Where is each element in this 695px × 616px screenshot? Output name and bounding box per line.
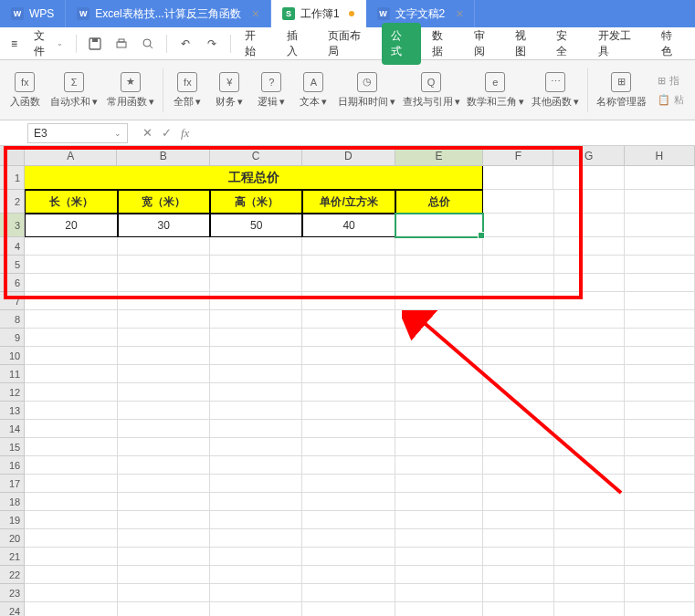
ribbon-other-fn[interactable]: ⋯其他函数▾ [530, 68, 583, 112]
cell[interactable] [625, 438, 695, 456]
cell[interactable] [302, 529, 395, 548]
cell[interactable] [625, 420, 695, 438]
menu-insert[interactable]: 插入 [278, 23, 317, 65]
cell[interactable] [625, 190, 695, 214]
cell[interactable] [625, 548, 695, 566]
cell[interactable] [625, 310, 695, 329]
row-header[interactable]: 3 [0, 214, 25, 237]
cell[interactable] [25, 511, 117, 529]
row-header[interactable]: 9 [0, 329, 25, 347]
cell[interactable] [302, 456, 395, 475]
ribbon-logical[interactable]: ?逻辑▾ [252, 68, 290, 112]
cell[interactable] [625, 493, 695, 511]
row-header[interactable]: 17 [0, 475, 25, 493]
cell[interactable] [553, 166, 624, 190]
cell[interactable] [483, 329, 553, 347]
cell-header[interactable]: 单价/立方米 [302, 190, 395, 214]
cell[interactable] [210, 310, 302, 329]
cell[interactable] [210, 566, 302, 584]
col-header-C[interactable]: C [210, 146, 302, 165]
cell[interactable] [625, 347, 695, 365]
cell[interactable] [625, 237, 695, 256]
menu-view[interactable]: 视图 [506, 23, 545, 65]
cell[interactable] [625, 402, 695, 420]
cell[interactable] [25, 602, 117, 616]
cell[interactable] [554, 602, 625, 616]
cell[interactable] [25, 365, 117, 383]
cell[interactable] [118, 274, 210, 292]
cell[interactable] [554, 274, 625, 292]
cell[interactable] [395, 402, 484, 420]
menu-security[interactable]: 安全 [547, 23, 586, 65]
cell[interactable] [554, 190, 625, 214]
cell[interactable] [395, 548, 484, 566]
cell[interactable] [395, 438, 484, 456]
cell[interactable] [554, 529, 625, 548]
undo-button[interactable]: ↶ [173, 31, 197, 57]
cell[interactable] [302, 566, 395, 584]
col-header-B[interactable]: B [117, 146, 209, 165]
cell[interactable] [118, 256, 210, 274]
cell[interactable] [554, 383, 625, 402]
cell[interactable] [554, 566, 625, 584]
cell[interactable] [483, 214, 553, 237]
menu-review[interactable]: 审阅 [465, 23, 504, 65]
cell[interactable] [395, 420, 484, 438]
cell[interactable] [302, 383, 395, 402]
cell[interactable] [483, 511, 553, 529]
cell[interactable] [25, 329, 117, 347]
cell[interactable] [483, 420, 553, 438]
row-header[interactable]: 19 [0, 511, 25, 529]
cell[interactable] [118, 548, 210, 566]
cell[interactable] [118, 511, 210, 529]
cell[interactable] [554, 584, 625, 602]
cell[interactable] [302, 602, 395, 616]
row-header[interactable]: 1 [0, 166, 25, 190]
ribbon-autosum[interactable]: Σ自动求和▾ [47, 68, 100, 112]
cell[interactable] [554, 329, 625, 347]
row-header[interactable]: 11 [0, 365, 25, 383]
cell[interactable] [554, 475, 625, 493]
cell[interactable] [395, 475, 484, 493]
cell[interactable] [118, 383, 210, 402]
cell[interactable] [210, 237, 302, 256]
cell[interactable] [118, 310, 210, 329]
cell[interactable] [210, 256, 302, 274]
cell[interactable] [554, 310, 625, 329]
cell[interactable] [395, 329, 484, 347]
col-header-F[interactable]: F [483, 146, 553, 165]
cell[interactable] [25, 274, 117, 292]
cell[interactable] [210, 329, 302, 347]
cell-data[interactable]: 20 [25, 214, 117, 237]
row-header[interactable]: 7 [0, 292, 25, 310]
cell[interactable] [118, 475, 210, 493]
cell[interactable] [25, 402, 117, 420]
cell[interactable] [395, 256, 484, 274]
cell[interactable] [118, 347, 210, 365]
cell[interactable] [625, 383, 695, 402]
cell[interactable] [483, 310, 553, 329]
cell[interactable] [25, 237, 117, 256]
cancel-icon[interactable]: ✕ [142, 126, 153, 140]
cell[interactable] [554, 214, 625, 237]
col-header-G[interactable]: G [553, 146, 624, 165]
cell[interactable] [395, 365, 484, 383]
redo-button[interactable]: ↷ [199, 31, 224, 57]
cell[interactable] [483, 438, 553, 456]
cell[interactable] [625, 511, 695, 529]
cell[interactable] [118, 329, 210, 347]
ribbon-text[interactable]: A文本▾ [294, 68, 332, 112]
cell[interactable] [625, 274, 695, 292]
ribbon-financial[interactable]: ¥财务▾ [210, 68, 248, 112]
cell[interactable] [25, 548, 117, 566]
cell[interactable] [118, 402, 210, 420]
menu-start[interactable]: 开始 [236, 23, 275, 65]
cell[interactable] [554, 456, 625, 475]
confirm-icon[interactable]: ✓ [162, 126, 172, 140]
cell[interactable] [554, 420, 625, 438]
cell[interactable] [210, 274, 302, 292]
close-icon[interactable]: × [252, 6, 259, 21]
row-header[interactable]: 18 [0, 493, 25, 511]
col-header-H[interactable]: H [625, 146, 695, 165]
row-header[interactable]: 8 [0, 310, 25, 329]
